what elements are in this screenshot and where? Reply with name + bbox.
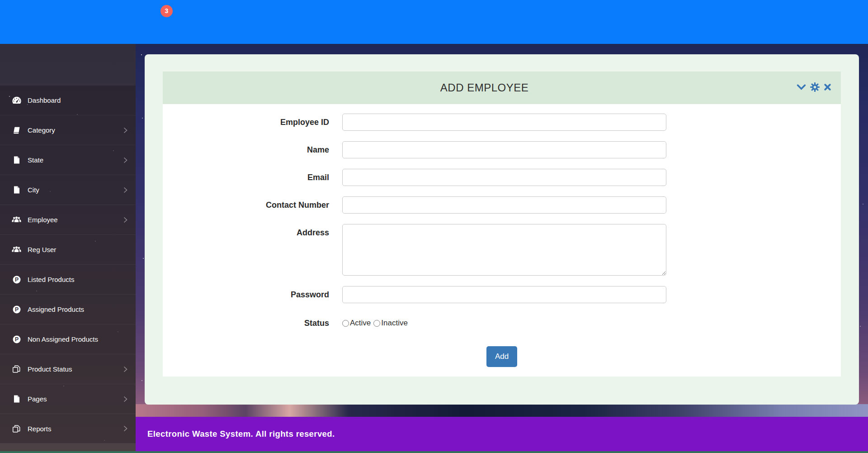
field-label: Employee ID [163, 114, 329, 131]
sidebar-item-label: Employee [28, 216, 123, 224]
chevron-right-icon [123, 396, 127, 402]
chevron-right-icon [123, 425, 127, 432]
chevron-right-icon [123, 217, 127, 223]
settings-button[interactable] [810, 82, 820, 93]
sidebar-item-label: Reg User [28, 246, 127, 253]
submit-row: Add [163, 346, 841, 367]
svg-text:P: P [15, 306, 19, 313]
status-row: Status ActiveInactive [163, 318, 841, 328]
sidebar-item-label: Product Status [28, 365, 123, 373]
status-radio-group: ActiveInactive [342, 319, 408, 328]
close-button[interactable] [824, 83, 831, 92]
status-option-active[interactable]: Active [342, 319, 371, 328]
password-row: Password [163, 286, 841, 303]
background-stars-decoration [141, 54, 142, 55]
sidebar-item-reports[interactable]: Reports [0, 414, 136, 443]
product-icon: P [11, 276, 22, 284]
sidebar-item-employee[interactable]: Employee [0, 205, 136, 234]
sidebar-item-label: Reports [28, 425, 123, 433]
name-field[interactable] [342, 141, 666, 158]
chevron-right-icon [123, 187, 127, 193]
bottom-strip-decoration [0, 451, 868, 453]
footer: Electronic Waste System. All rights rese… [136, 417, 868, 451]
sidebar-menu: Dashboard Category State City Employee [0, 85, 136, 443]
sidebar-item-label: Pages [28, 395, 123, 403]
sidebar-item-assigned-products[interactable]: P Assigned Products [0, 294, 136, 324]
field-label: Password [163, 286, 329, 303]
file-icon [11, 156, 22, 164]
contact-number-row: Contact Number [163, 196, 841, 214]
sidebar-item-product-status[interactable]: Product Status [0, 354, 136, 384]
file-icon [11, 186, 22, 194]
contact-number-field[interactable] [342, 196, 666, 214]
add-employee-form: Employee ID Name Email Contact Number Ad… [163, 104, 841, 377]
product-icon: P [11, 335, 22, 343]
users-icon [11, 246, 22, 253]
content-card: ADD EMPLOYEE [145, 54, 859, 405]
svg-text:P: P [15, 336, 19, 343]
sidebar-item-label: City [28, 186, 123, 194]
address-row: Address [163, 224, 841, 276]
sidebar-item-reg-user[interactable]: Reg User [0, 234, 136, 264]
copy-icon [11, 425, 22, 433]
form-rows: Employee ID Name Email Contact Number Ad… [163, 114, 841, 303]
employee-id-field[interactable] [342, 114, 666, 131]
chevron-right-icon [123, 127, 127, 134]
field-label: Address [163, 224, 329, 276]
top-navbar [0, 0, 868, 44]
chevron-right-icon [123, 366, 127, 372]
status-option-label: Inactive [381, 319, 408, 328]
sidebar-item-dashboard[interactable]: Dashboard [0, 85, 136, 115]
sidebar-item-label: Listed Products [28, 276, 127, 283]
panel-header: ADD EMPLOYEE [163, 72, 841, 104]
collapse-icon [797, 84, 806, 92]
copy-icon [11, 365, 22, 373]
panel-tools [797, 82, 831, 93]
address-field[interactable] [342, 224, 666, 276]
footer-text: Electronic Waste System. All rights rese… [147, 429, 335, 439]
status-radio-active[interactable] [342, 320, 349, 327]
sidebar-item-category[interactable]: Category [0, 115, 136, 145]
add-button[interactable]: Add [486, 346, 517, 367]
panel-title: ADD EMPLOYEE [172, 81, 797, 94]
email-field[interactable] [342, 169, 666, 186]
sidebar-item-state[interactable]: State [0, 145, 136, 175]
employee-id-row: Employee ID [163, 114, 841, 131]
field-label: Contact Number [163, 196, 329, 214]
product-icon: P [11, 305, 22, 314]
name-row: Name [163, 141, 841, 158]
field-label: Email [163, 169, 329, 186]
sidebar-item-label: State [28, 156, 123, 164]
close-icon [824, 83, 831, 92]
sidebar-item-listed-products[interactable]: P Listed Products [0, 264, 136, 294]
status-option-label: Active [350, 319, 371, 328]
sidebar-item-city[interactable]: City [0, 175, 136, 205]
email-row: Email [163, 169, 841, 186]
settings-icon [810, 82, 820, 93]
password-field[interactable] [342, 286, 666, 303]
users-icon [11, 216, 22, 224]
book-icon [11, 127, 22, 134]
background-artwork [136, 404, 868, 417]
admin-app: ADMIN 3 Admin Dashboard [0, 0, 868, 453]
status-radio-inactive[interactable] [373, 320, 380, 327]
dashboard-icon [11, 96, 22, 104]
sidebar-item-label: Non Assigned Products [28, 335, 127, 343]
sidebar: Dashboard Category State City Employee [0, 44, 136, 451]
sidebar-item-label: Assigned Products [28, 305, 127, 313]
status-label: Status [163, 318, 329, 328]
sidebar-item-pages[interactable]: Pages [0, 384, 136, 414]
messages-count-badge: 3 [160, 5, 173, 17]
sidebar-item-label: Category [28, 126, 123, 134]
sidebar-item-non-assigned-products[interactable]: P Non Assigned Products [0, 324, 136, 354]
chevron-right-icon [123, 157, 127, 163]
collapse-button[interactable] [797, 84, 806, 92]
status-option-inactive[interactable]: Inactive [373, 319, 408, 328]
field-label: Name [163, 141, 329, 158]
sidebar-item-label: Dashboard [28, 96, 127, 104]
file-icon [11, 395, 22, 403]
svg-text:P: P [15, 277, 19, 283]
